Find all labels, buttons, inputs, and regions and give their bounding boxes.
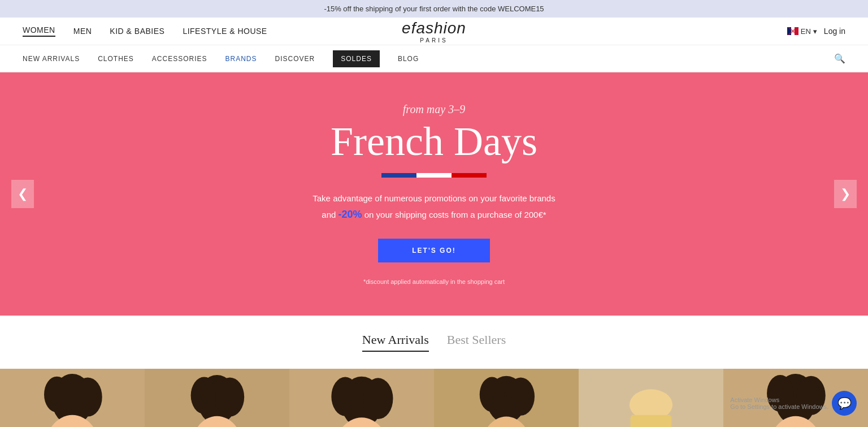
french-flag <box>313 173 555 178</box>
hero-disclaimer: *discount applied automatically in the s… <box>313 278 555 285</box>
nav-soldes[interactable]: SOLDES <box>333 50 380 67</box>
header: WOMEN MEN KID & BABIES LIFESTYLE & HOUSE… <box>0 18 868 45</box>
cta-button[interactable]: LET'S GO! <box>378 239 490 262</box>
logo: efashion PARIS <box>402 19 466 44</box>
nav-men[interactable]: MEN <box>73 27 92 36</box>
main-nav: WOMEN MEN KID & BABIES LIFESTYLE & HOUSE <box>23 25 267 37</box>
nav-brands[interactable]: BRANDS <box>225 47 257 71</box>
lang-code: EN <box>801 27 811 36</box>
nav-blog[interactable]: BLOG <box>398 47 419 71</box>
hero-content: from may 3–9 French Days Take advantage … <box>301 80 566 308</box>
product-card[interactable] <box>579 369 723 427</box>
product-card[interactable] <box>145 369 289 427</box>
hero-arrow-right[interactable]: ❯ <box>834 180 857 208</box>
header-right: EN ▾ Log in <box>787 27 845 36</box>
svg-point-9 <box>73 377 102 416</box>
svg-point-23 <box>480 377 505 412</box>
svg-point-13 <box>191 377 218 414</box>
nav-new-arrivals[interactable]: NEW ARRIVALS <box>23 47 80 71</box>
search-icon[interactable]: 🔍 <box>834 45 845 72</box>
svg-point-18 <box>331 377 359 416</box>
hero-banner: ❮ from may 3–9 French Days Take advantag… <box>0 72 868 316</box>
tab-new-arrivals[interactable]: New Arrivals <box>362 333 429 352</box>
flag-red <box>452 173 487 178</box>
svg-rect-27 <box>631 415 672 427</box>
product-image <box>0 369 145 427</box>
lang-chevron: ▾ <box>813 27 817 36</box>
nav-kid-babies[interactable]: KID & BABIES <box>110 27 164 36</box>
product-image <box>434 369 579 427</box>
product-image <box>579 369 723 427</box>
product-image <box>289 369 434 427</box>
svg-point-31 <box>767 375 793 412</box>
hero-description: Take advantage of numerous promotions on… <box>313 191 555 223</box>
svg-point-24 <box>507 377 535 415</box>
svg-point-19 <box>363 378 393 419</box>
chat-icon: 💬 <box>837 396 852 410</box>
hero-arrow-left[interactable]: ❮ <box>11 180 34 208</box>
secondary-nav: NEW ARRIVALS CLOTHES ACCESSORIES BRANDS … <box>0 45 868 72</box>
hero-title: French Days <box>313 119 555 164</box>
product-card[interactable] <box>289 369 434 427</box>
logo-sub: PARIS <box>402 37 466 44</box>
product-card[interactable] <box>0 369 145 427</box>
nav-lifestyle[interactable]: LIFESTYLE & HOUSE <box>183 27 267 36</box>
top-banner: -15% off the shipping of your first orde… <box>0 0 868 18</box>
nav-clothes[interactable]: CLOTHES <box>98 47 134 71</box>
svg-point-14 <box>215 377 244 416</box>
product-card[interactable] <box>434 369 579 427</box>
tab-best-sellers[interactable]: Best Sellers <box>447 333 506 352</box>
chat-bubble[interactable]: 💬 <box>832 391 857 416</box>
tabs-row: New Arrivals Best Sellers <box>0 333 868 352</box>
flag-white <box>416 173 452 178</box>
hero-highlight: -20% <box>338 209 362 220</box>
login-link[interactable]: Log in <box>824 27 845 36</box>
nav-accessories[interactable]: ACCESSORIES <box>152 47 207 71</box>
product-image <box>145 369 289 427</box>
banner-text: -15% off the shipping of your first orde… <box>324 5 544 13</box>
svg-point-8 <box>44 377 70 413</box>
logo-main: efashion <box>402 19 466 37</box>
flag-icon <box>787 27 798 35</box>
product-grid <box>0 363 868 427</box>
nav-women[interactable]: WOMEN <box>23 25 55 37</box>
tabs-section: New Arrivals Best Sellers <box>0 316 868 363</box>
hero-subtitle: from may 3–9 <box>313 103 555 116</box>
nav-discover[interactable]: DISCOVER <box>275 47 315 71</box>
flag-blue <box>381 173 416 178</box>
language-button[interactable]: EN ▾ <box>787 27 817 36</box>
svg-point-32 <box>797 376 826 415</box>
